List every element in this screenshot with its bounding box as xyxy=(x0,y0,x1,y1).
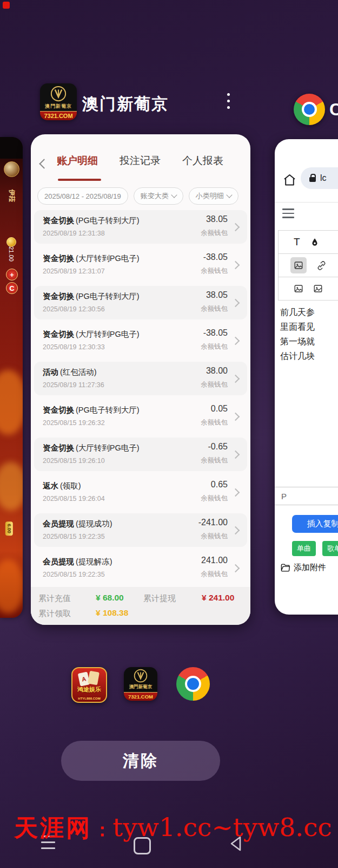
dock-icon-casino[interactable]: 澳門新葡京 7321.COM xyxy=(124,667,157,701)
lock-icon xyxy=(309,177,316,182)
editor-text[interactable]: 前几天参 里面看见 第一场就 估计几块 xyxy=(280,305,338,363)
add-attachment[interactable]: 添加附件 xyxy=(280,563,326,573)
chrome-icon-blue-core xyxy=(304,104,315,115)
txn-amount: 0.05 xyxy=(211,404,228,414)
date-range-filter[interactable]: 2025/08/12 - 2025/08/19 xyxy=(37,187,128,205)
text-format-button[interactable]: T xyxy=(294,236,300,248)
player-balance: 21.00 xyxy=(8,244,15,264)
txn-datetime: 2025/08/19 12:31:07 xyxy=(43,267,105,275)
txn-wallet: 余额钱包 xyxy=(201,418,228,427)
dock-icon-casino-brand: 澳門新葡京 xyxy=(124,684,157,690)
txn-subtype: (红包活动) xyxy=(60,368,97,376)
tab-bet-records[interactable]: 投注记录 xyxy=(120,154,161,168)
subcategory-filter[interactable]: 小类明细 xyxy=(189,187,238,205)
tab-account-details[interactable]: 账户明细 xyxy=(57,154,98,168)
image-edit-icon[interactable] xyxy=(313,284,323,293)
casino-logo-icon xyxy=(134,669,148,683)
link-icon[interactable] xyxy=(316,260,327,271)
chevron-right-icon xyxy=(231,564,240,573)
fire-glow xyxy=(0,559,23,614)
txn-subtype: (PG电子转到大厅) xyxy=(76,216,140,225)
add-funds-button[interactable]: + xyxy=(6,269,18,280)
chrome-app-icon[interactable] xyxy=(294,94,325,125)
table-row[interactable]: 会员提现(提现解冻) 2025/08/15 19:22:35 241.00 余额… xyxy=(34,551,247,585)
image-icon[interactable] xyxy=(294,284,303,293)
txn-type: 会员提现 xyxy=(43,557,74,566)
chevron-right-icon xyxy=(231,526,240,535)
tab-bar: 账户明细 投注记录 个人报表 xyxy=(57,154,223,168)
txn-datetime: 2025/08/19 12:30:56 xyxy=(43,305,105,313)
address-bar[interactable]: lc xyxy=(301,167,338,189)
tag-button-single[interactable]: 单曲 xyxy=(292,541,316,556)
chevron-right-icon xyxy=(231,223,240,232)
txn-datetime: 2025/08/15 19:22:35 xyxy=(43,571,105,578)
txn-amount: 38.05 xyxy=(206,214,228,224)
txn-type: 资金切换 xyxy=(43,443,74,452)
table-row[interactable]: 资金切换(大厅转到PG电子) 2025/08/19 12:30:33 -38.0… xyxy=(34,324,247,357)
app-card-left-game[interactable]: 伊菈 21.00 + C 6.00 xyxy=(0,137,23,618)
category-filter[interactable]: 账变大类 xyxy=(134,187,183,205)
fire-glow xyxy=(0,462,23,511)
prize-badge: 6.00 xyxy=(5,521,13,536)
refresh-button[interactable]: C xyxy=(6,282,18,294)
txn-amount: 38.00 xyxy=(206,366,228,376)
paragraph-status-bar: P xyxy=(275,487,338,505)
dock-icon-casino-domain: 7321.COM xyxy=(124,692,157,701)
table-row[interactable]: 资金切换(PG电子转到大厅) 2025/08/19 12:31:38 38.05… xyxy=(34,210,247,244)
txn-wallet: 余额钱包 xyxy=(201,456,228,465)
chevron-right-icon xyxy=(231,337,240,345)
player-avatar xyxy=(4,161,19,177)
insert-image-button-selected[interactable] xyxy=(290,257,307,273)
watermark-site: 天涯网 xyxy=(14,812,92,844)
txn-amount: -38.05 xyxy=(203,252,228,262)
table-row[interactable]: 会员提现(提现成功) 2025/08/15 19:22:35 -241.00 余… xyxy=(34,513,247,547)
tag-button-playlist[interactable]: 歌单 xyxy=(322,541,338,556)
app-card-chrome[interactable]: lc T xyxy=(275,139,338,615)
dock-icon-game[interactable]: A 鸿途娱乐 HTYL888.COM xyxy=(71,667,107,703)
txn-subtype: (大厅转到PG电子) xyxy=(76,254,140,263)
app-options-menu-icon[interactable] xyxy=(227,93,230,109)
table-row[interactable]: 资金切换(大厅转到PG电子) 2025/08/19 12:31:07 -38.0… xyxy=(34,248,247,282)
txn-amount: 38.05 xyxy=(206,290,228,300)
transaction-list: 资金切换(PG电子转到大厅) 2025/08/19 12:31:38 38.05… xyxy=(31,210,250,589)
chevron-right-icon xyxy=(231,299,240,308)
txn-amount: 241.00 xyxy=(201,556,228,565)
txn-datetime: 2025/08/15 19:26:10 xyxy=(43,457,105,465)
txn-subtype: (领取) xyxy=(60,481,81,490)
txn-subtype: (提现解冻) xyxy=(76,557,112,566)
total-claim-label: 累计领取 xyxy=(38,609,71,619)
txn-wallet: 余额钱包 xyxy=(201,229,228,238)
table-row[interactable]: 活动(红包活动) 2025/08/19 11:27:36 38.00 余额钱包 xyxy=(34,362,247,395)
txn-datetime: 2025/08/15 19:26:32 xyxy=(43,419,105,427)
txn-wallet: 余额钱包 xyxy=(201,570,228,579)
txn-type: 资金切换 xyxy=(43,406,74,414)
table-row[interactable]: 资金切换(大厅转到PG电子) 2025/08/15 19:26:10 -0.65… xyxy=(34,438,247,471)
summary-footer: 累计充值 ¥ 68.00 累计提现 ¥ 241.00 累计领取 ¥ 108.38 xyxy=(31,587,250,625)
hamburger-menu-icon[interactable] xyxy=(282,208,294,218)
playing-cards-icon: A xyxy=(78,671,100,686)
tab-personal-report[interactable]: 个人报表 xyxy=(182,154,223,168)
table-row[interactable]: 返水(领取) 2025/08/15 19:26:04 0.65 余额钱包 xyxy=(34,475,247,509)
ink-droplet-icon[interactable] xyxy=(310,237,320,247)
back-chevron-icon[interactable] xyxy=(39,159,49,168)
table-row[interactable]: 资金切换(PG电子转到大厅) 2025/08/15 19:26:32 0.05 … xyxy=(34,400,247,433)
txn-type: 资金切换 xyxy=(43,330,74,338)
app-card-account-details[interactable]: 账户明细 投注记录 个人报表 2025/08/12 - 2025/08/19 账… xyxy=(31,134,250,625)
txn-wallet: 余额钱包 xyxy=(201,494,228,503)
clear-all-button[interactable]: 清除 xyxy=(61,741,220,781)
dock-icon-chrome[interactable] xyxy=(176,667,210,701)
editor-toolbar: T xyxy=(278,230,338,301)
txn-type: 资金切换 xyxy=(43,292,74,301)
txn-subtype: (大厅转到PG电子) xyxy=(76,443,140,452)
folder-icon xyxy=(280,563,290,573)
txn-subtype: (大厅转到PG电子) xyxy=(76,330,140,338)
table-row[interactable]: 资金切换(PG电子转到大厅) 2025/08/19 12:30:56 38.05… xyxy=(34,286,247,319)
player-name: 伊菈 xyxy=(7,187,16,205)
app-icon-brand: 澳門新葡京 xyxy=(40,103,77,110)
home-icon[interactable] xyxy=(282,173,297,187)
total-claim-value: ¥ 108.38 xyxy=(96,608,128,618)
editor-line: 前几天参 xyxy=(280,305,338,319)
insert-copy-button[interactable]: 插入复制按 xyxy=(292,515,338,533)
chevron-right-icon xyxy=(231,488,240,497)
current-app-icon[interactable]: 澳門新葡京 7321.COM xyxy=(40,83,77,120)
